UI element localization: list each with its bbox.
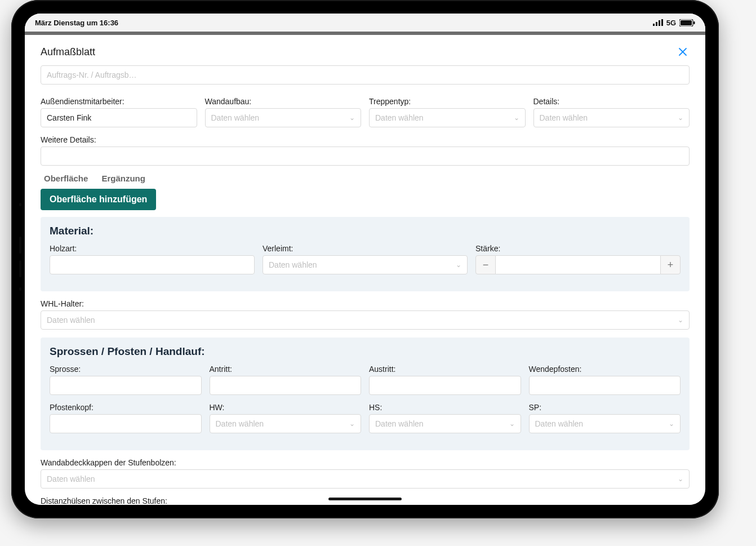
tab-oberflaeche[interactable]: Oberfläche	[44, 174, 88, 183]
sp-label: SP:	[529, 403, 681, 412]
svg-rect-2	[659, 20, 660, 26]
pfostenkopf-input[interactable]	[50, 414, 202, 433]
network-label: 5G	[666, 19, 676, 27]
hs-select[interactable]: Daten wählen ⌄	[369, 414, 521, 433]
battery-icon	[679, 19, 695, 26]
austritt-label: Austritt:	[369, 365, 521, 374]
close-icon[interactable]	[676, 45, 690, 59]
staerke-input[interactable]	[496, 255, 660, 274]
svg-rect-5	[681, 20, 692, 25]
sprossen-row-1: Sprosse: Antritt: Austritt: Wendepfosten…	[50, 365, 681, 395]
svg-rect-6	[693, 21, 695, 24]
field-wandabdeckkappen: Wandabdeckkappen der Stufenbolzen: Daten…	[41, 458, 690, 489]
field-whl-halter: WHL-Halter: Daten wählen ⌄	[41, 299, 690, 330]
select-placeholder-text: Daten wählen	[535, 419, 675, 428]
side-button	[19, 260, 21, 277]
staerke-label: Stärke:	[475, 244, 681, 253]
field-antritt: Antritt:	[210, 365, 362, 395]
austritt-input[interactable]	[369, 376, 521, 395]
order-number-input[interactable]	[41, 65, 690, 85]
field-details: Details: Daten wählen ⌄	[533, 97, 690, 127]
staerke-plus-button[interactable]: +	[660, 255, 681, 274]
antritt-input[interactable]	[210, 376, 362, 395]
field-holzart: Holzart:	[50, 244, 255, 274]
home-indicator	[328, 498, 402, 500]
verleimt-label: Verleimt:	[263, 244, 468, 253]
field-weitere-details: Weitere Details:	[41, 135, 690, 166]
field-aussendienst: Außendienstmitarbeiter:	[41, 97, 197, 127]
field-sp: SP: Daten wählen ⌄	[529, 403, 681, 433]
field-treppentyp: Treppentyp: Daten wählen ⌄	[369, 97, 526, 127]
material-row: Holzart: Verleimt: Daten wählen ⌄ Stärke…	[50, 244, 681, 274]
field-hw: HW: Daten wählen ⌄	[210, 403, 362, 433]
staerke-minus-button[interactable]: −	[475, 255, 496, 274]
details-label: Details:	[533, 97, 690, 106]
weitere-details-input[interactable]	[41, 147, 690, 166]
wendepfosten-input[interactable]	[529, 376, 681, 395]
field-verleimt: Verleimt: Daten wählen ⌄	[263, 244, 468, 274]
wendepfosten-label: Wendepfosten:	[529, 365, 681, 374]
sprossen-title: Sprossen / Pfosten / Handlauf:	[50, 345, 681, 358]
sprosse-label: Sprosse:	[50, 365, 202, 374]
tablet-screen: März Dienstag um 16:36 5G Aufmaßblatt	[25, 14, 705, 505]
sprossen-row-2: Pfostenkopf: HW: Daten wählen ⌄ HS: Da	[50, 403, 681, 433]
hw-select[interactable]: Daten wählen ⌄	[210, 414, 362, 433]
treppentyp-label: Treppentyp:	[369, 97, 526, 106]
side-button	[19, 237, 21, 254]
form-row-1: Außendienstmitarbeiter: Wandaufbau: Date…	[41, 97, 690, 127]
hs-label: HS:	[369, 403, 521, 412]
svg-rect-3	[661, 19, 663, 26]
wandabdeckkappen-label: Wandabdeckkappen der Stufenbolzen:	[41, 458, 690, 467]
field-staerke: Stärke: − +	[475, 244, 681, 274]
select-placeholder-text: Daten wählen	[47, 474, 683, 483]
select-placeholder-text: Daten wählen	[375, 419, 515, 428]
treppentyp-select[interactable]: Daten wählen ⌄	[369, 108, 526, 127]
weitere-details-label: Weitere Details:	[41, 135, 690, 144]
holzart-label: Holzart:	[50, 244, 255, 253]
status-bar: März Dienstag um 16:36 5G	[25, 14, 705, 32]
status-time: März Dienstag um 16:36	[35, 19, 118, 27]
whl-halter-select[interactable]: Daten wählen ⌄	[41, 310, 690, 330]
status-right: 5G	[653, 19, 695, 27]
field-wandaufbau: Wandaufbau: Daten wählen ⌄	[205, 97, 362, 127]
select-placeholder-text: Daten wählen	[47, 316, 683, 325]
panel-sprossen: Sprossen / Pfosten / Handlauf: Sprosse: …	[41, 338, 690, 450]
tablet-frame: März Dienstag um 16:36 5G Aufmaßblatt	[11, 0, 719, 518]
material-title: Material:	[50, 225, 681, 237]
signal-icon	[653, 19, 663, 26]
select-placeholder-text: Daten wählen	[375, 113, 519, 122]
tabs: Oberfläche Ergänzung	[44, 174, 690, 183]
field-hs: HS: Daten wählen ⌄	[369, 403, 521, 433]
staerke-stepper: − +	[475, 255, 681, 274]
aussendienst-input[interactable]	[41, 108, 197, 127]
select-placeholder-text: Daten wählen	[216, 419, 355, 428]
panel-material: Material: Holzart: Verleimt: Daten wähle…	[41, 217, 690, 291]
sprosse-input[interactable]	[50, 376, 202, 395]
wandaufbau-select[interactable]: Daten wählen ⌄	[205, 108, 362, 127]
field-austritt: Austritt:	[369, 365, 521, 395]
add-surface-button[interactable]: Oberfläche hinzufügen	[41, 189, 156, 210]
holzart-input[interactable]	[50, 255, 255, 274]
side-button	[19, 287, 21, 291]
wandaufbau-label: Wandaufbau:	[205, 97, 362, 106]
svg-rect-0	[653, 24, 655, 26]
hw-label: HW:	[210, 403, 362, 412]
verleimt-select[interactable]: Daten wählen ⌄	[263, 255, 468, 274]
sp-select[interactable]: Daten wählen ⌄	[529, 414, 681, 433]
antritt-label: Antritt:	[210, 365, 362, 374]
field-pfostenkopf: Pfostenkopf:	[50, 403, 202, 433]
field-wendepfosten: Wendepfosten:	[529, 365, 681, 395]
aussendienst-label: Außendienstmitarbeiter:	[41, 97, 197, 106]
modal-title: Aufmaßblatt	[41, 46, 95, 58]
select-placeholder-text: Daten wählen	[269, 260, 461, 269]
tab-ergaenzung[interactable]: Ergänzung	[101, 174, 145, 183]
modal-header: Aufmaßblatt	[41, 45, 690, 59]
svg-rect-1	[656, 22, 657, 26]
modal-aufmassblatt: Aufmaßblatt Außendienstmitarbeiter: Wand…	[28, 35, 702, 505]
wandabdeckkappen-select[interactable]: Daten wählen ⌄	[41, 469, 690, 489]
whl-halter-label: WHL-Halter:	[41, 299, 690, 308]
select-placeholder-text: Daten wählen	[211, 113, 355, 122]
details-select[interactable]: Daten wählen ⌄	[533, 108, 690, 127]
volume-button-placeholder	[19, 203, 21, 206]
field-sprosse: Sprosse:	[50, 365, 202, 395]
